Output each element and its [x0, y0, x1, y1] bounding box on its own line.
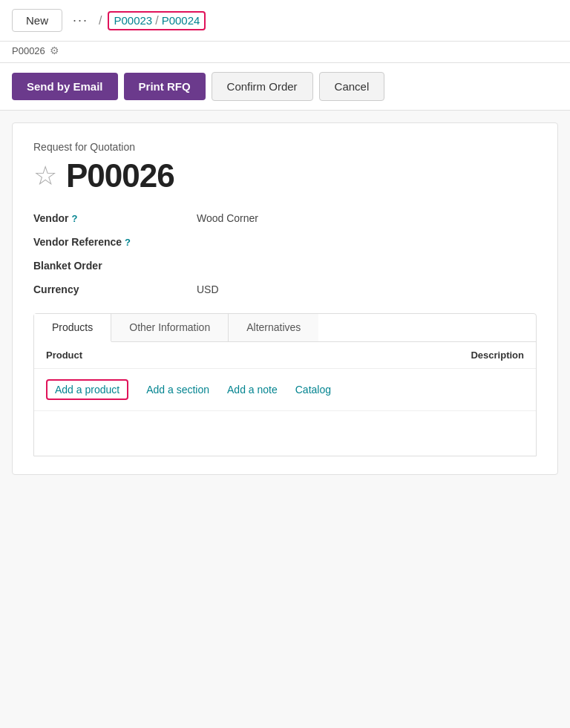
- confirm-order-button[interactable]: Confirm Order: [212, 72, 313, 101]
- currency-row: Currency USD: [33, 283, 537, 295]
- breadcrumb-sep2: /: [155, 14, 158, 27]
- vendor-help-icon[interactable]: ?: [71, 213, 77, 224]
- blanket-order-label: Blanket Order: [33, 260, 197, 272]
- vendor-reference-help-icon[interactable]: ?: [125, 237, 131, 248]
- top-nav: New ··· / P00023 / P00024: [0, 0, 570, 42]
- add-section-link[interactable]: Add a section: [146, 384, 209, 396]
- record-title-row: ☆ P00026: [33, 157, 537, 194]
- currency-label: Currency: [33, 283, 197, 295]
- sub-nav: P00026 ⚙: [0, 42, 570, 62]
- catalog-link[interactable]: Catalog: [295, 384, 331, 396]
- currency-value[interactable]: USD: [197, 283, 219, 295]
- tab-products-content: Product Description Add a product Add a …: [34, 342, 536, 456]
- send-email-button[interactable]: Send by Email: [12, 73, 118, 100]
- breadcrumb-link1[interactable]: P00023: [114, 14, 152, 27]
- tabs-container: Products Other Information Alternatives …: [33, 313, 537, 456]
- tab-alternatives[interactable]: Alternatives: [229, 314, 318, 341]
- breadcrumb-sep1: /: [99, 14, 102, 27]
- gear-icon[interactable]: ⚙: [50, 45, 59, 56]
- vendor-reference-label: Vendor Reference ?: [33, 236, 197, 248]
- empty-table-space: [34, 411, 536, 456]
- ellipsis-button[interactable]: ···: [68, 10, 93, 31]
- add-row: Add a product Add a section Add a note C…: [34, 369, 536, 411]
- add-product-button[interactable]: Add a product: [46, 379, 128, 400]
- cancel-button[interactable]: Cancel: [319, 72, 385, 101]
- vendor-label: Vendor ?: [33, 212, 197, 224]
- vendor-value[interactable]: Wood Corner: [197, 212, 258, 224]
- vendor-reference-row: Vendor Reference ?: [33, 236, 537, 248]
- tab-other-information[interactable]: Other Information: [111, 314, 229, 341]
- col-description-header: Description: [238, 350, 524, 361]
- table-header: Product Description: [34, 342, 536, 369]
- record-type-label: Request for Quotation: [33, 141, 537, 153]
- breadcrumb-highlight: P00023 / P00024: [108, 11, 206, 30]
- add-note-link[interactable]: Add a note: [227, 384, 278, 396]
- breadcrumb-link2[interactable]: P00024: [162, 14, 200, 27]
- vendor-row: Vendor ? Wood Corner: [33, 212, 537, 224]
- action-bar: Send by Email Print RFQ Confirm Order Ca…: [0, 62, 570, 111]
- record-id: P00026: [66, 157, 174, 194]
- new-button[interactable]: New: [12, 9, 62, 32]
- current-record-label: P00026: [12, 45, 45, 56]
- tab-products[interactable]: Products: [34, 314, 111, 342]
- col-product-header: Product: [46, 350, 238, 361]
- print-rfq-button[interactable]: Print RFQ: [124, 73, 206, 100]
- main-content: Request for Quotation ☆ P00026 Vendor ? …: [12, 122, 558, 475]
- tabs-header: Products Other Information Alternatives: [34, 314, 536, 342]
- blanket-order-row: Blanket Order: [33, 260, 537, 272]
- favorite-star-icon[interactable]: ☆: [33, 163, 57, 189]
